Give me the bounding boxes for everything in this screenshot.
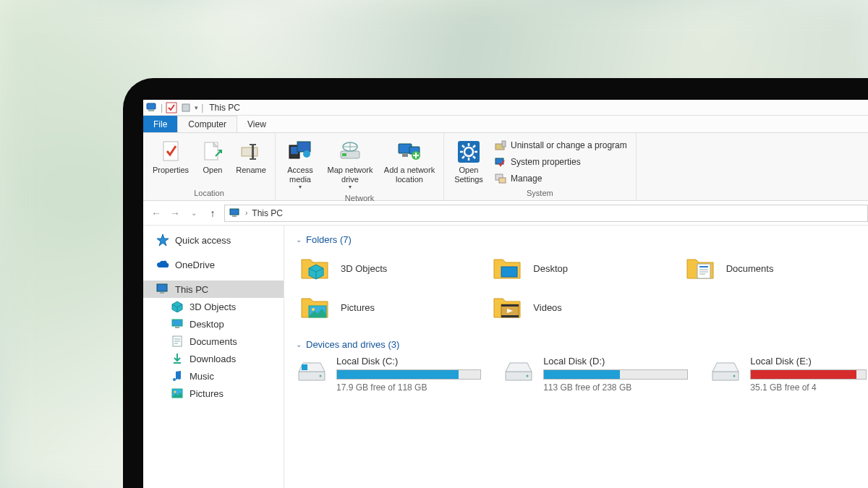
svg-rect-40 [157,284,167,291]
chevron-down-icon: ⌄ [296,341,302,348]
checkmark-page-icon [158,140,183,164]
add-network-location-button[interactable]: Add a network location [380,137,439,186]
ribbon-group-system: Open Settings Uninstall or change a prog… [444,133,637,200]
svg-rect-8 [250,144,256,145]
usage-bar [543,369,688,380]
usage-bar [750,369,867,380]
svg-rect-34 [502,141,506,147]
open-button[interactable]: Open [195,137,230,177]
media-devices-icon [288,140,312,164]
section-drives-header[interactable]: ⌄ Devices and drives (3) [292,336,867,356]
add-pc-icon [397,140,422,164]
forward-button[interactable]: → [168,206,182,221]
svg-rect-41 [160,292,164,294]
nav-this-pc[interactable]: This PC [143,281,284,298]
nav-3d-objects[interactable]: 3D Objects [143,298,284,315]
uninstall-icon [495,140,506,151]
svg-rect-43 [175,327,179,328]
folder-videos-icon [493,293,524,322]
svg-rect-1 [148,110,154,111]
window-title: This PC [209,103,240,113]
open-folder-icon [200,140,225,164]
svg-rect-51 [501,267,517,277]
chevron-down-icon: ▾ [349,184,352,190]
back-button[interactable]: ← [149,206,163,221]
titlebar-separator: | [161,103,163,113]
folder-videos[interactable]: Videos [488,290,673,325]
svg-rect-4 [163,142,178,160]
system-properties-button[interactable]: System properties [490,154,631,170]
svg-rect-39 [232,215,237,217]
svg-rect-6 [242,147,258,156]
hdd-icon [296,356,328,385]
svg-rect-12 [297,142,310,152]
breadcrumb-segment[interactable]: This PC [252,208,283,218]
navigation-bar: ← → ⌄ ↑ › This PC [143,201,868,226]
hdd-icon [503,356,535,385]
chevron-down-icon: ▾ [299,184,302,190]
manage-button[interactable]: Manage [490,171,631,187]
main-area: Quick access OneDrive This PC 3D [143,226,868,488]
folders-grid: 3D Objects Desktop Documents [292,251,867,325]
folder-documents[interactable]: Documents [681,251,867,286]
svg-rect-3 [182,104,190,111]
folder-pictures[interactable]: Pictures [296,290,481,325]
star-icon [156,234,169,247]
tab-computer[interactable]: Computer [177,116,237,132]
properties-button[interactable]: Properties [148,137,194,177]
nav-pictures[interactable]: Pictures [143,385,284,402]
folder-desktop[interactable]: Desktop [488,251,673,286]
address-bar[interactable]: › This PC [224,205,868,222]
up-button[interactable]: ↑ [205,206,220,221]
rename-icon [239,140,263,164]
svg-rect-15 [342,153,346,156]
drive-c[interactable]: Local Disk (C:) 17.9 GB free of 118 GB [296,356,481,393]
open-settings-button[interactable]: Open Settings [448,137,489,186]
drive-d[interactable]: Local Disk (D:) 113 GB free of 238 GB [503,356,688,393]
nav-quick-access[interactable]: Quick access [143,231,284,249]
svg-point-64 [527,375,529,377]
uninstall-program-button[interactable]: Uninstall or change a program [490,137,631,153]
nav-onedrive[interactable]: OneDrive [143,256,284,273]
folder-3d-objects[interactable]: 3D Objects [296,251,481,286]
nav-desktop[interactable]: Desktop [143,315,284,333]
documents-icon [171,335,184,348]
drives-row: Local Disk (C:) 17.9 GB free of 118 GB L… [292,356,867,393]
properties-toggle-icon[interactable] [166,102,177,114]
svg-rect-7 [252,145,254,159]
cloud-icon [156,258,169,271]
hdd-icon [710,356,741,385]
cube3d-icon [171,300,184,313]
navigation-pane: Quick access OneDrive This PC 3D [143,226,284,488]
breadcrumb-chevron-icon[interactable]: › [245,209,247,217]
section-folders-header[interactable]: ⌄ Folders (7) [292,231,867,251]
svg-point-63 [320,375,322,377]
svg-rect-42 [172,320,182,326]
folder-desktop-icon [493,254,524,283]
qat-dropdown-icon[interactable]: ▾ [195,104,198,111]
folder-pictures-icon [300,293,332,322]
access-media-button[interactable]: Access media ▾ [280,137,320,192]
map-network-drive-button[interactable]: Map network drive ▾ [322,137,378,192]
generic-toolbar-icon[interactable] [180,102,192,114]
svg-rect-38 [230,209,239,215]
svg-rect-0 [147,103,156,109]
svg-rect-61 [501,315,519,317]
nav-downloads[interactable]: Downloads [143,350,284,367]
rename-button[interactable]: Rename [231,137,271,177]
folder-documents-icon [686,254,718,283]
ribbon-tabs: File Computer View [143,116,868,133]
content-pane: ⌄ Folders (7) 3D Objects Desktop [284,226,868,488]
nav-documents[interactable]: Documents [143,333,284,350]
titlebar-separator: | [201,103,203,113]
svg-rect-37 [499,178,506,183]
svg-point-50 [174,391,176,393]
drive-e[interactable]: Local Disk (E:) 35.1 GB free of 4 [710,356,867,393]
svg-point-58 [312,308,315,311]
this-pc-icon [156,283,169,296]
ribbon-group-location: Properties Open Rename Location [143,133,276,200]
tab-view[interactable]: View [237,116,276,132]
recent-locations-dropdown[interactable]: ⌄ [187,206,201,221]
tab-file[interactable]: File [143,116,177,132]
nav-music[interactable]: Music [143,367,284,385]
